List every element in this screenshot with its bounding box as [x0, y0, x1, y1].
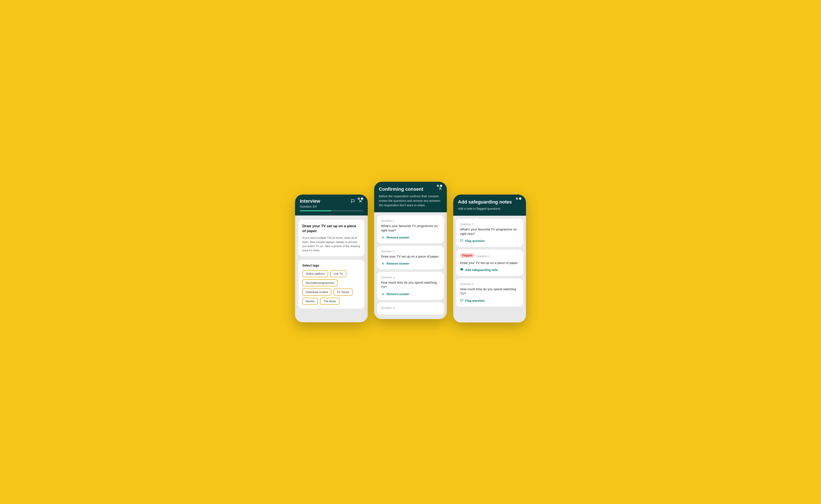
q1-label: Question 1: [381, 219, 440, 222]
flag-label-3: Flag question: [465, 299, 485, 302]
flagged-badge: Flagged: [460, 253, 474, 258]
sg-q1-label: Question 1: [460, 223, 519, 226]
phone-subtitle: Question 2/4: [300, 205, 363, 208]
consent-header: Confirming consent ✕ Before the responde…: [374, 182, 447, 212]
safeguard-card-2: Flagged Question 2 Draw your TV set up o…: [456, 249, 523, 276]
progress-bar: [300, 210, 363, 211]
phone-body: Draw your TV set up on a piece of paper.…: [295, 215, 368, 322]
question-main-title: Draw your TV set up on a piece of paper.: [302, 224, 361, 234]
remove-answer-label-2: Remove answer: [387, 262, 409, 265]
phone-header: Interview Que: [295, 195, 368, 215]
progress-fill: [300, 210, 331, 211]
remove-answer-1[interactable]: Remove answer: [381, 236, 409, 239]
consent-body: Question 1 What's your favourite TV prog…: [374, 212, 447, 319]
safeguard-header: Add safeguarding notes Add a note to fla…: [453, 195, 526, 216]
tag-live-tv[interactable]: Live TV: [330, 270, 346, 277]
consent-close-icon[interactable]: ✕: [438, 186, 442, 191]
flag-icon-3: [460, 299, 463, 303]
flagged-row: Flagged Question 2: [460, 253, 519, 259]
safeguard-card-3: Question 3 How much time do you spend wa…: [456, 278, 523, 307]
tag-recorded[interactable]: Recorded programmes: [302, 279, 338, 286]
phone-interview: Interview Que: [295, 195, 368, 322]
status-dot-2: [361, 198, 363, 200]
flag-question-3[interactable]: Flag question: [460, 299, 485, 303]
consent-desc: Before the respondent confirms their con…: [379, 194, 442, 208]
remove-x-icon-1: [381, 236, 385, 239]
status-dot-3: [437, 185, 439, 187]
sg-q3-text: How much time do you spend watching TV?: [460, 287, 519, 296]
status-dot-1: [358, 198, 360, 200]
safeguard-desc: Add a note to flagged questions.: [458, 207, 521, 211]
flag-label-1: Flag question: [465, 239, 485, 243]
remove-x-icon-2: [381, 262, 385, 265]
phone-consent: Confirming consent ✕ Before the responde…: [374, 182, 447, 319]
consent-title: Confirming consent: [379, 186, 436, 192]
remove-x-icon-3: [381, 292, 385, 296]
status-dot-5: [516, 198, 518, 200]
q4-label: Question 4: [381, 306, 440, 309]
add-note-label: Add safeguarding note: [465, 268, 498, 272]
tag-movies[interactable]: Movies: [302, 298, 318, 305]
status-dots-2: [437, 185, 442, 187]
flag-icon[interactable]: [350, 199, 355, 204]
tags-grid: Online platform Live TV Recorded program…: [302, 270, 361, 305]
consent-header-top: Confirming consent ✕: [379, 186, 442, 192]
q3-label: Question 3: [381, 276, 440, 279]
remove-answer-2[interactable]: Remove answer: [381, 262, 409, 265]
question-main-card: Draw your TV set up on a piece of paper.…: [299, 220, 364, 256]
tag-download[interactable]: Download content: [302, 289, 331, 296]
sg-q2-label: Question 2: [476, 255, 490, 258]
phones-container: Interview Que: [295, 182, 526, 322]
status-dot-4: [440, 185, 442, 187]
tag-online-platform[interactable]: Online platform: [302, 270, 328, 277]
tag-tv-series[interactable]: TV Series: [334, 289, 353, 296]
consent-card-1: Question 1 What's your favourite TV prog…: [377, 215, 444, 243]
safeguard-card-1: Question 1 What's your favourite TV prog…: [456, 219, 523, 247]
q1-text: What's your favourite TV programme on ri…: [381, 224, 440, 233]
consent-card-4: Question 4: [377, 302, 444, 315]
sg-q1-text: What's your favourite TV programme on ri…: [460, 227, 519, 236]
q2-text: Draw your TV set up on a piece of paper.: [381, 254, 440, 259]
flag-icon-2: [460, 268, 463, 272]
add-safeguarding-note[interactable]: Add safeguarding note: [460, 268, 498, 272]
phone-safeguard: Add safeguarding notes Add a note to fla…: [453, 195, 526, 322]
consent-card-2: Question 2 Draw your TV set up on a piec…: [377, 246, 444, 269]
tag-news[interactable]: The News: [320, 298, 340, 305]
phone-title: Interview: [300, 198, 320, 204]
tags-title: Select tags: [302, 264, 361, 267]
status-dots: [358, 198, 363, 200]
remove-answer-label-1: Remove answer: [387, 236, 409, 239]
question-main-desc: If you have multiple TVs at home, draw a…: [302, 236, 361, 252]
status-dot-6: [519, 198, 521, 200]
safeguard-title: Add safeguarding notes: [458, 199, 521, 205]
sg-q2-text: Draw your TV set up on a piece of paper.: [460, 261, 519, 265]
q3-text: How much time do you spend watching TV?: [381, 280, 440, 289]
remove-answer-3[interactable]: Remove answer: [381, 292, 409, 296]
flag-icon-1: [460, 239, 463, 243]
remove-answer-label-3: Remove answer: [387, 292, 409, 296]
q2-label: Question 2: [381, 250, 440, 253]
sg-q3-label: Question 3: [460, 282, 519, 286]
status-dots-3: [516, 198, 521, 200]
safeguard-body: Question 1 What's your favourite TV prog…: [453, 216, 526, 322]
tags-section: Select tags Online platform Live TV Reco…: [299, 260, 364, 309]
flag-question-1[interactable]: Flag question: [460, 239, 485, 243]
consent-card-3: Question 3 How much time do you spend wa…: [377, 272, 444, 300]
phone-header-top: Interview: [300, 198, 363, 204]
